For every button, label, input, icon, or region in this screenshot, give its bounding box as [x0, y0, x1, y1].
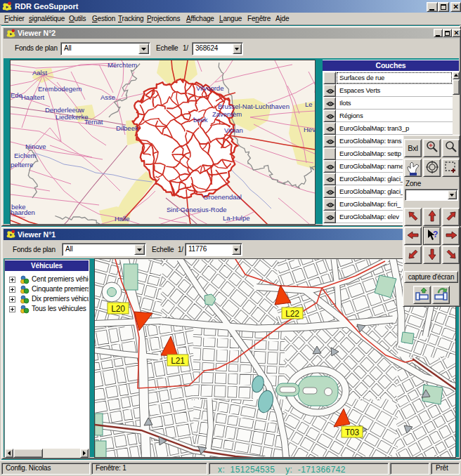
svg-text:Halle: Halle: [115, 215, 130, 223]
svg-text:La-Hulpe: La-Hulpe: [223, 214, 250, 222]
svg-text:Zaventem: Zaventem: [212, 110, 242, 118]
svg-text:Erembodegem: Erembodegem: [38, 85, 82, 93]
svg-text:Haaltert: Haaltert: [21, 93, 45, 101]
svg-text:beek: beek: [193, 116, 208, 124]
svg-text:Brussel-Nat-Luchthaven: Brussel-Nat-Luchthaven: [218, 103, 290, 110]
svg-text:Merchtem: Merchtem: [108, 61, 137, 69]
svg-text:Vilvoorde: Vilvoorde: [196, 84, 223, 92]
svg-text:Hever: Hever: [304, 126, 315, 133]
svg-text:Aalst: Aalst: [32, 69, 47, 77]
svg-text:Dilbeek: Dilbeek: [116, 124, 138, 132]
svg-text:L20: L20: [111, 304, 125, 314]
svg-text:Ninove: Ninove: [25, 143, 46, 150]
svg-text:pelterre: pelterre: [11, 161, 33, 168]
svg-text:T03: T03: [345, 428, 360, 437]
svg-text:L22: L22: [285, 309, 299, 319]
svg-text:Liedekerke: Liedekerke: [56, 113, 88, 121]
svg-text:Ternat: Ternat: [84, 118, 103, 126]
svg-text:haarden: haarden: [11, 209, 35, 216]
svg-text:Sint-Genesius-Rode: Sint-Genesius-Rode: [167, 206, 227, 213]
svg-text:Asse: Asse: [100, 93, 115, 101]
svg-text:Le: Le: [305, 100, 313, 108]
svg-text:?: ?: [433, 230, 438, 239]
svg-text:Viman: Viman: [224, 126, 243, 134]
svg-text:Groenendaal: Groenendaal: [203, 193, 242, 201]
svg-text:L21: L21: [171, 356, 185, 366]
svg-text:Eichem: Eichem: [14, 152, 37, 159]
